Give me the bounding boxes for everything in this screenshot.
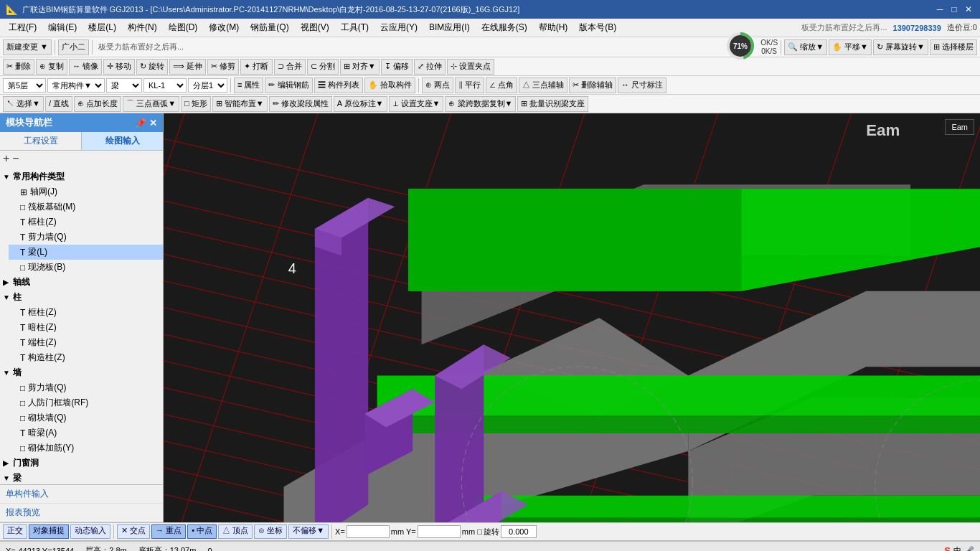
align-button[interactable]: ⊞ 对齐▼ <box>340 59 380 75</box>
tree-item-frame-col[interactable]: T 框柱(Z) <box>9 215 163 230</box>
coord-button[interactable]: ⊙ 坐标 <box>254 524 287 539</box>
floor-selector[interactable]: 第5层 <box>3 78 46 93</box>
tree-group-axis[interactable]: ▶ 轴线 <box>0 275 163 290</box>
tree-group-walls[interactable]: ▼ 墙 <box>0 365 163 380</box>
menu-item-help[interactable]: 帮助(H) <box>533 20 574 35</box>
position-label-button[interactable]: A 原位标注▼ <box>334 96 387 112</box>
midpoint-button[interactable]: → 重点 <box>151 524 186 539</box>
sidebar-close-button[interactable]: ✕ <box>149 118 157 128</box>
tree-item-rfmkq[interactable]: □ 人防门框墙(RF) <box>9 395 163 410</box>
set-support-button[interactable]: ⊥ 设置支座▼ <box>389 96 444 112</box>
smart-layout-button[interactable]: ⊞ 智能布置▼ <box>212 96 268 112</box>
trim-button[interactable]: ✂ 修剪 <box>207 59 239 75</box>
tree-group-columns[interactable]: ▼ 柱 <box>0 290 163 305</box>
menu-item-bim[interactable]: BIM应用(I) <box>423 20 476 35</box>
maximize-button[interactable]: □ <box>948 4 960 15</box>
menu-item-rebar[interactable]: 钢筋量(Q) <box>245 20 294 35</box>
sidebar-link-draw[interactable]: 绘图输入 <box>82 132 163 150</box>
modify-seg-button[interactable]: ✏ 修改梁段属性 <box>269 96 332 112</box>
x-input[interactable] <box>347 525 390 538</box>
type-selector[interactable]: 常用构件▼ <box>47 78 105 93</box>
tree-group-beams[interactable]: ▼ 梁 <box>0 471 163 484</box>
three-arc-button[interactable]: ⌒ 三点画弧▼ <box>123 96 179 112</box>
menu-item-draw[interactable]: 绘图(D) <box>163 20 204 35</box>
tree-item-jlq[interactable]: □ 剪力墙(Q) <box>9 380 163 395</box>
stretch-button[interactable]: ⤢ 拉伸 <box>414 59 446 75</box>
menu-item-tools[interactable]: 工具(T) <box>335 20 374 35</box>
point-angle-button[interactable]: ∠ 点角 <box>486 77 517 93</box>
tree-item-shear-wall[interactable]: T 剪力墙(Q) <box>9 230 163 245</box>
dynamic-input-button[interactable]: 动态输入 <box>70 524 110 539</box>
center-button[interactable]: • 中点 <box>187 524 217 539</box>
add-button[interactable]: + <box>3 152 9 165</box>
tree-item-grid[interactable]: ⊞ 轴网(J) <box>9 184 163 199</box>
menu-item-floor[interactable]: 楼层(L) <box>83 20 122 35</box>
pick-component-button[interactable]: ✋ 拾取构件 <box>364 77 415 93</box>
tree-item-qkq[interactable]: □ 砌块墙(Q) <box>9 410 163 425</box>
assistant-button[interactable]: 广小二 <box>58 39 89 55</box>
name-selector[interactable]: KL-1 <box>143 78 187 93</box>
vertex-button[interactable]: △ 顶点 <box>218 524 253 539</box>
three-point-button[interactable]: △ 三点辅轴 <box>519 77 567 93</box>
tree-item-raft[interactable]: □ 筏板基础(M) <box>9 199 163 215</box>
menu-item-online[interactable]: 在线服务(S) <box>476 20 533 35</box>
rotate-input[interactable] <box>501 525 537 538</box>
tree-item-qtjj[interactable]: □ 砌体加筋(Y) <box>9 441 163 456</box>
point-length-button[interactable]: ⊕ 点加长度 <box>74 96 121 112</box>
setpoint-button[interactable]: ⊹ 设置夹点 <box>447 59 494 75</box>
two-point-button[interactable]: ⊕ 两点 <box>422 77 453 93</box>
zoom-button[interactable]: 🔍 缩放▼ <box>784 39 827 55</box>
rotate-button[interactable]: ↻ 旋转 <box>136 59 168 75</box>
property-button[interactable]: ≡ 属性 <box>234 77 263 93</box>
menu-item-cloud[interactable]: 云应用(Y) <box>374 20 423 35</box>
ortho-button[interactable]: 正交 <box>3 524 27 539</box>
progress-circle[interactable]: 71% <box>726 32 755 62</box>
delete-button[interactable]: ✂ 删除 <box>3 59 34 75</box>
menu-item-version[interactable]: 版本号(B) <box>573 20 622 35</box>
tree-item-al[interactable]: T 暗梁(A) <box>9 425 163 441</box>
no-offset-button[interactable]: 不偏移▼ <box>288 524 329 539</box>
pan-button[interactable]: ✋ 平移▼ <box>829 39 872 55</box>
rotate-screen-button[interactable]: ↻ 屏幕旋转▼ <box>873 39 928 55</box>
merge-button[interactable]: ⊃ 合并 <box>274 59 306 75</box>
menu-item-project[interactable]: 工程(F) <box>3 20 42 35</box>
mirror-button[interactable]: ↔ 镜像 <box>69 59 102 75</box>
menu-item-component[interactable]: 构件(N) <box>122 20 163 35</box>
delete-axis-button[interactable]: ✂ 删除辅轴 <box>569 77 616 93</box>
dimension-button[interactable]: ↔ 尺寸标注 <box>618 77 666 93</box>
snap-button[interactable]: 对象捕捉 <box>29 524 69 539</box>
canvas-area[interactable]: 4 Eam Z X Eam <box>164 113 980 522</box>
menu-item-edit[interactable]: 编辑(E) <box>42 20 83 35</box>
tree-item-az[interactable]: T 暗柱(Z) <box>9 320 163 335</box>
menu-item-view[interactable]: 视图(V) <box>295 20 335 35</box>
select-floor-button[interactable]: ⊞ 选择楼层 <box>930 39 977 55</box>
copy-span-button[interactable]: ⊕ 梁跨数据复制▼ <box>445 96 516 112</box>
select-button[interactable]: ↖ 选择▼ <box>3 96 44 112</box>
layer-selector[interactable]: 分层1 <box>188 78 227 93</box>
tree-item-kz[interactable]: T 框柱(Z) <box>9 305 163 320</box>
tree-item-dz[interactable]: T 端柱(Z) <box>9 335 163 350</box>
extend-button[interactable]: ⟹ 延伸 <box>169 59 206 75</box>
y-input[interactable] <box>418 525 461 538</box>
tree-item-gzz[interactable]: T 构造柱(Z) <box>9 350 163 365</box>
rect-button[interactable]: □ 矩形 <box>181 96 211 112</box>
copy-button[interactable]: ⊕ 复制 <box>36 59 67 75</box>
intersection-button[interactable]: ✕ 交点 <box>117 524 150 539</box>
sidebar-link-settings[interactable]: 工程设置 <box>0 132 82 150</box>
single-input-button[interactable]: 单构件输入 <box>0 485 163 504</box>
move-button[interactable]: ✛ 移动 <box>103 59 135 75</box>
tree-group-common[interactable]: ▼ 常用构件类型 <box>0 169 163 184</box>
offset-button[interactable]: ↧ 偏移 <box>381 59 413 75</box>
minimize-button[interactable]: ─ <box>934 4 946 15</box>
close-button[interactable]: ✕ <box>963 4 974 15</box>
tree-group-door-win[interactable]: ▶ 门窗洞 <box>0 456 163 471</box>
split-button[interactable]: ⊂ 分割 <box>307 59 339 75</box>
batch-id-button[interactable]: ⊞ 批量识别梁支座 <box>517 96 588 112</box>
break-button[interactable]: ✦ 打断 <box>240 59 272 75</box>
line-button[interactable]: / 直线 <box>45 96 72 112</box>
edit-rebar-button[interactable]: ✏ 编辑钢筋 <box>265 77 312 93</box>
tree-item-slab[interactable]: □ 现浇板(B) <box>9 260 163 275</box>
report-preview-button[interactable]: 报表预览 <box>0 504 163 522</box>
minus-button[interactable]: − <box>12 152 19 165</box>
menu-item-modify[interactable]: 修改(M) <box>203 20 245 35</box>
